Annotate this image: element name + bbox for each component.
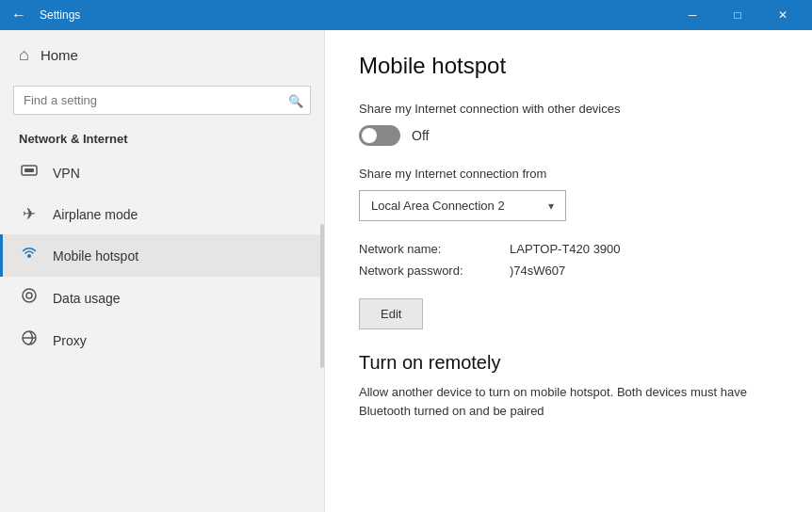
chevron-down-icon: ▾ [548,200,554,213]
network-name-key: Network name: [359,242,510,256]
close-button[interactable]: ✕ [761,0,804,30]
sidebar-item-data-usage[interactable]: Data usage [0,277,324,319]
network-password-row: Network password: )74sW607 [359,264,778,278]
sidebar-item-vpn[interactable]: VPN [0,152,324,194]
turn-on-description: Allow another device to turn on mobile h… [359,383,778,420]
search-input[interactable] [13,86,311,115]
share-from-label: Share my Internet connection from [359,167,778,181]
search-box: 🔍 [13,86,311,115]
svg-point-4 [26,293,32,298]
svg-rect-1 [24,168,34,172]
hotspot-icon [19,245,40,266]
sidebar-item-airplane[interactable]: ✈ Airplane mode [0,194,324,234]
sidebar-section-title: Network & Internet [0,124,324,152]
svg-point-2 [27,254,31,258]
titlebar-title: Settings [40,8,661,22]
connection-dropdown[interactable]: Local Area Connection 2 ▾ [359,190,566,221]
page-title: Mobile hotspot [359,53,778,79]
sidebar: ⌂ Home 🔍 Network & Internet VPN ✈ [0,30,325,512]
network-name-row: Network name: LAPTOP-T420 3900 [359,242,778,256]
vpn-icon [19,162,40,184]
sidebar-item-vpn-label: VPN [53,166,80,181]
sidebar-item-home[interactable]: ⌂ Home [0,30,324,80]
sidebar-item-airplane-label: Airplane mode [53,207,138,222]
sidebar-item-data-usage-label: Data usage [53,291,121,306]
edit-button[interactable]: Edit [359,298,423,329]
airplane-icon: ✈ [19,204,40,224]
network-name-value: LAPTOP-T420 3900 [510,242,621,256]
search-icon: 🔍 [288,93,303,107]
maximize-button[interactable]: □ [716,0,759,30]
hotspot-toggle[interactable] [359,125,400,146]
scrollbar-track [320,224,324,368]
data-usage-icon [19,287,40,309]
toggle-knob [362,128,377,143]
sidebar-item-hotspot[interactable]: Mobile hotspot [0,234,324,277]
proxy-icon [19,329,40,351]
minimize-button[interactable]: ─ [671,0,714,30]
sidebar-item-proxy[interactable]: Proxy [0,319,324,361]
toggle-label: Off [412,128,429,143]
svg-point-3 [23,289,36,302]
turn-on-title: Turn on remotely [359,352,778,374]
main-layout: ⌂ Home 🔍 Network & Internet VPN ✈ [0,30,812,512]
back-button[interactable]: ← [8,4,30,26]
network-password-key: Network password: [359,264,510,278]
content-area: Mobile hotspot Share my Internet connect… [325,30,812,512]
home-label: Home [41,47,78,63]
share-label: Share my Internet connection with other … [359,102,778,116]
sidebar-item-proxy-label: Proxy [53,333,87,348]
window-controls: ─ □ ✕ [671,0,804,30]
network-password-value: )74sW607 [510,264,565,278]
dropdown-value: Local Area Connection 2 [371,199,505,213]
sidebar-scroll: VPN ✈ Airplane mode Mobile hotspot [0,152,324,512]
toggle-row: Off [359,125,778,146]
titlebar: ← Settings ─ □ ✕ [0,0,812,30]
sidebar-item-hotspot-label: Mobile hotspot [53,248,138,264]
home-icon: ⌂ [19,45,29,65]
